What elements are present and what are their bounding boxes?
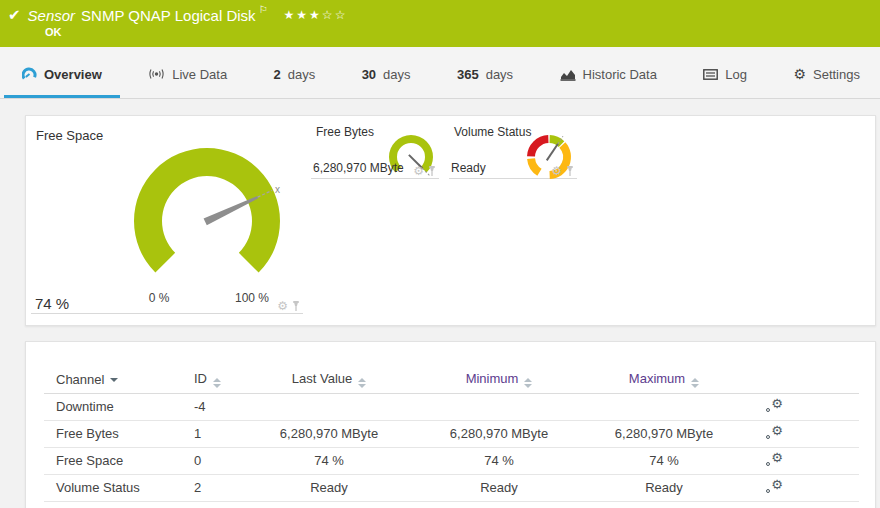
ok-check-icon: ✔: [8, 6, 21, 24]
priority-stars[interactable]: ★★★☆☆: [284, 8, 348, 22]
column-header-last-value[interactable]: Last Value: [249, 366, 409, 393]
log-icon: [703, 69, 718, 80]
tab-bar: Overview Live Data 2 days 30 days 365 da…: [0, 47, 880, 99]
sort-icon: [213, 378, 221, 388]
tab-label: Live Data: [172, 67, 227, 82]
tab-label: days: [383, 67, 410, 82]
channel-settings-icon[interactable]: ⚙: [765, 397, 783, 413]
column-label: Last Value: [292, 371, 352, 386]
cell-minimum: Ready: [409, 474, 589, 501]
cell-id: 1: [194, 420, 249, 447]
cell-maximum: Ready: [589, 474, 739, 501]
pin-icon[interactable]: [565, 165, 575, 177]
tab-overview[interactable]: Overview: [4, 47, 120, 98]
gauge-tile-volume-status: Volume Status Ready ⚙: [449, 121, 577, 179]
cell-id: 2: [194, 474, 249, 501]
sensor-status-badge: OK: [45, 26, 870, 38]
free-space-gauge: x 0 % 100 %: [31, 121, 303, 311]
needle-x-marker: x: [275, 184, 280, 195]
column-header-maximum[interactable]: Maximum: [589, 366, 739, 393]
chart-icon: [560, 68, 576, 81]
gear-icon: ⚙: [793, 66, 806, 82]
tab-label: days: [486, 67, 513, 82]
tab-2-days[interactable]: 2 days: [256, 47, 334, 98]
gauge-settings-gear-icon[interactable]: ⚙: [551, 165, 562, 177]
gauge-value: 74 %: [35, 295, 69, 312]
cell-channel[interactable]: Free Space: [44, 447, 194, 474]
tab-number: 365: [457, 67, 479, 82]
tab-live-data[interactable]: Live Data: [130, 47, 245, 98]
column-header-channel[interactable]: Channel: [44, 366, 194, 393]
tab-number: 2: [274, 67, 281, 82]
column-label: Maximum: [629, 371, 685, 386]
gauge-title: Free Space: [36, 128, 103, 143]
tab-label: Log: [725, 67, 747, 82]
cell-channel[interactable]: Free Bytes: [44, 420, 194, 447]
sort-icon: [691, 378, 699, 388]
table-row: Downtime -4 ⚙: [44, 393, 859, 420]
table-row: Free Space 0 74 % 74 % 74 % ⚙: [44, 447, 859, 474]
cell-last-value: [249, 393, 409, 420]
column-header-id[interactable]: ID: [194, 366, 249, 393]
gauge-value: 6,280,970 MByte: [313, 161, 404, 175]
tab-label: Overview: [44, 67, 102, 82]
tab-365-days[interactable]: 365 days: [439, 47, 531, 98]
channel-settings-icon[interactable]: ⚙: [765, 478, 783, 494]
gauge-min-label: 0 %: [149, 291, 170, 305]
tab-30-days[interactable]: 30 days: [344, 47, 429, 98]
column-label: Channel: [56, 372, 104, 387]
tab-log[interactable]: Log: [685, 47, 765, 98]
gauge-title: Free Bytes: [316, 125, 374, 139]
priority-flag-icon[interactable]: ⚐: [259, 4, 268, 15]
sort-desc-icon: [110, 378, 118, 382]
column-header-minimum[interactable]: Minimum: [409, 366, 589, 393]
sensor-kind-label: Sensor: [28, 7, 76, 24]
gauge-tile-free-bytes: Free Bytes 6,280,970 MByte ⚙: [311, 121, 439, 179]
tab-label: Settings: [813, 67, 860, 82]
cell-id: 0: [194, 447, 249, 474]
cell-maximum: [589, 393, 739, 420]
cell-channel[interactable]: Downtime: [44, 393, 194, 420]
table-row: Free Bytes 1 6,280,970 MByte 6,280,970 M…: [44, 420, 859, 447]
tab-label: Historic Data: [583, 67, 657, 82]
table-row: Volume Status 2 Ready Ready Ready ⚙: [44, 474, 859, 501]
cell-last-value: Ready: [249, 474, 409, 501]
pin-icon[interactable]: [291, 300, 301, 312]
gauge-icon: [22, 67, 37, 81]
sensor-title: SNMP QNAP Logical Disk: [81, 7, 256, 24]
sort-icon: [524, 378, 532, 388]
gauge-settings-gear-icon[interactable]: ⚙: [277, 300, 288, 312]
tab-settings[interactable]: ⚙ Settings: [775, 47, 878, 98]
sensor-header: ✔ Sensor SNMP QNAP Logical Disk ⚐ ★★★☆☆ …: [0, 0, 880, 47]
cell-channel[interactable]: Volume Status: [44, 474, 194, 501]
tab-number: 30: [362, 67, 376, 82]
column-label: Minimum: [466, 371, 519, 386]
gauge-tile-free-space: x 0 % 100 % Free Space 74 % ⚙: [31, 121, 303, 314]
channel-table: Channel ID Last Value Minimum Maximum: [44, 366, 859, 502]
gauge-max-label: 100 %: [235, 291, 269, 305]
cell-minimum: 6,280,970 MByte: [409, 420, 589, 447]
cell-last-value: 6,280,970 MByte: [249, 420, 409, 447]
channel-settings-icon[interactable]: ⚙: [765, 451, 783, 467]
cell-maximum: 74 %: [589, 447, 739, 474]
cell-last-value: 74 %: [249, 447, 409, 474]
tab-historic-data[interactable]: Historic Data: [542, 47, 675, 98]
live-data-icon: [148, 68, 165, 80]
cell-minimum: 74 %: [409, 447, 589, 474]
cell-maximum: 6,280,970 MByte: [589, 420, 739, 447]
channel-settings-icon[interactable]: ⚙: [765, 424, 783, 440]
cell-minimum: [409, 393, 589, 420]
column-label: ID: [194, 371, 207, 386]
gauge-settings-gear-icon[interactable]: ⚙: [413, 165, 424, 177]
sort-icon: [358, 378, 366, 388]
gauges-panel: x 0 % 100 % Free Space 74 % ⚙ Free Bytes…: [25, 115, 876, 326]
pin-icon[interactable]: [427, 165, 437, 177]
gauge-title: Volume Status: [454, 125, 531, 139]
tab-label: days: [288, 67, 315, 82]
channel-table-panel: Channel ID Last Value Minimum Maximum: [25, 341, 876, 508]
gauge-value: Ready: [451, 161, 486, 175]
cell-id: -4: [194, 393, 249, 420]
